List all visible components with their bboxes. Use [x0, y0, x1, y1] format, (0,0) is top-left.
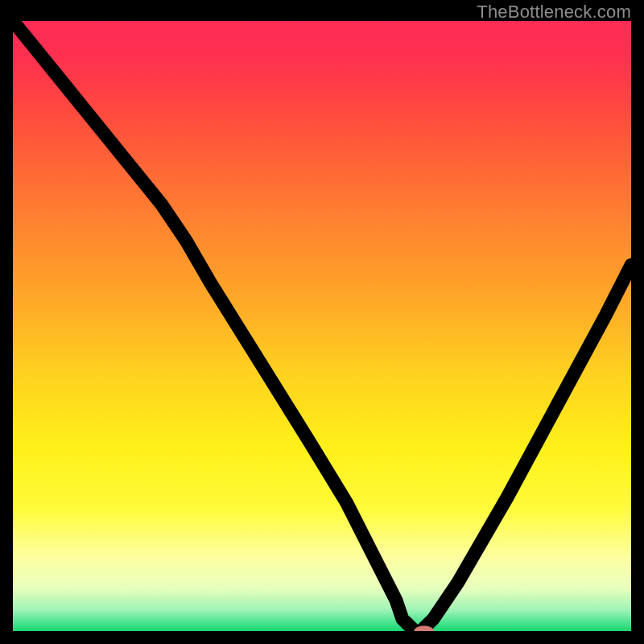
gradient-background: [13, 21, 631, 631]
watermark-text: TheBottleneck.com: [477, 2, 631, 23]
chart-svg: [13, 21, 631, 631]
plot-area: [13, 21, 631, 631]
chart-frame: TheBottleneck.com: [0, 0, 644, 644]
